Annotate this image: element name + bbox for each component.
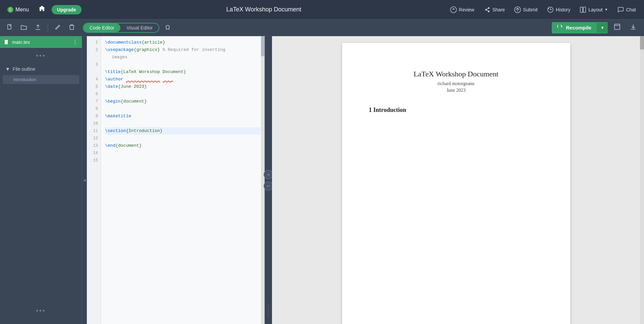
code-line-1: \documentclass{article} xyxy=(105,39,260,46)
upload-button[interactable] xyxy=(32,22,44,34)
review-icon xyxy=(450,6,457,13)
history-button[interactable]: History xyxy=(543,4,575,15)
code-line-3 xyxy=(105,61,260,68)
download-icon xyxy=(630,23,637,30)
code-line-11 xyxy=(105,120,260,127)
preview-button[interactable] xyxy=(610,21,624,34)
submit-button[interactable]: Submit xyxy=(510,4,542,15)
document-title: LaTeX Workshop Document xyxy=(226,6,302,13)
pdf-section-intro: 1 Introduction xyxy=(369,107,543,114)
new-file-icon xyxy=(7,24,13,30)
pdf-scrollbar[interactable] xyxy=(640,36,644,324)
svg-rect-12 xyxy=(583,7,586,12)
pdf-title: LaTeX Workshop Document xyxy=(369,70,543,78)
pdf-author: richard motorgeanu xyxy=(369,81,543,86)
submit-icon xyxy=(514,6,521,13)
code-line-15 xyxy=(105,149,260,157)
visual-editor-tab[interactable]: Visual Editor xyxy=(120,23,159,32)
expand-right-button[interactable]: → xyxy=(264,170,273,179)
main-area: main.tex ⋮ ••• ▼ File outline Introducti… xyxy=(0,36,644,324)
svg-line-7 xyxy=(487,10,488,11)
upgrade-button[interactable]: Upgrade xyxy=(52,5,82,14)
outline-item-introduction[interactable]: Introduction xyxy=(3,75,79,84)
file-outline-header[interactable]: ▼ File outline xyxy=(0,64,82,74)
new-file-button[interactable] xyxy=(4,22,15,34)
svg-point-3 xyxy=(485,9,487,10)
code-line-2b: images xyxy=(105,54,260,61)
preview-icon xyxy=(614,23,621,30)
code-line-12: \section{Introduction} xyxy=(105,127,260,135)
code-lines[interactable]: \documentclass{article} \usepackage{grap… xyxy=(101,36,264,324)
code-editor-tab[interactable]: Code Editor xyxy=(84,23,120,32)
file-tab[interactable]: main.tex ⋮ xyxy=(0,36,82,48)
code-editor: 1 2 3 4 5 6 7 8 9 10 11 12 13 14 15 \doc… xyxy=(87,36,265,324)
home-icon xyxy=(38,5,46,12)
code-line-7 xyxy=(105,90,260,98)
share-button[interactable]: Share xyxy=(480,4,509,15)
recompile-dropdown-button[interactable]: ▼ xyxy=(597,23,608,33)
code-line-6: \date{June 2023} xyxy=(105,83,260,90)
file-menu-button[interactable]: ⋮ xyxy=(72,39,78,45)
recompile-icon xyxy=(557,25,563,31)
upload-icon xyxy=(35,24,41,30)
left-sidebar: main.tex ⋮ ••• ▼ File outline Introducti… xyxy=(0,36,82,324)
svg-point-2 xyxy=(450,7,457,13)
code-line-5: \author{richard motorgeanu} xyxy=(105,76,260,83)
share-icon xyxy=(484,6,490,13)
pdf-preview[interactable]: LaTeX Workshop Document richard motorgea… xyxy=(272,36,640,324)
svg-rect-15 xyxy=(614,24,620,29)
toolbar: Code Editor Visual Editor Ω Recompile ▼ xyxy=(0,19,644,36)
svg-text:S: S xyxy=(9,8,11,12)
menu-button[interactable]: S Menu xyxy=(4,5,32,15)
edit-button[interactable] xyxy=(52,22,63,34)
outline-chevron-icon: ▼ xyxy=(5,66,10,72)
code-line-14: \end{document} xyxy=(105,142,260,149)
code-scrollbar-thumb[interactable] xyxy=(261,36,264,56)
nav-right: Review Share Submit xyxy=(446,4,640,15)
file-name: main.tex xyxy=(12,40,30,45)
svg-line-6 xyxy=(487,8,488,9)
recompile-main[interactable]: Recompile xyxy=(552,22,597,34)
review-button[interactable]: Review xyxy=(446,4,478,15)
menu-label: Menu xyxy=(15,7,29,13)
line-numbers: 1 2 3 4 5 6 7 8 9 10 11 12 13 14 15 xyxy=(87,36,101,324)
file-outline-section: ▼ File outline Introduction xyxy=(0,61,82,87)
pdf-page: LaTeX Workshop Document richard motorgea… xyxy=(342,43,570,324)
expand-left-button[interactable]: ← xyxy=(264,181,273,191)
code-line-10: \maketitle xyxy=(105,113,260,120)
left-divider[interactable]: ◀ xyxy=(82,36,87,324)
code-line-8: \begin{document} xyxy=(105,98,260,105)
recompile-button[interactable]: Recompile ▼ xyxy=(552,22,608,34)
code-line-9 xyxy=(105,105,260,113)
svg-rect-13 xyxy=(8,24,11,29)
history-icon xyxy=(547,6,554,13)
chat-icon xyxy=(617,6,624,13)
home-button[interactable] xyxy=(35,3,49,16)
pencil-icon xyxy=(55,24,61,30)
editor-tabs: Code Editor Visual Editor xyxy=(83,23,159,33)
chat-button[interactable]: Chat xyxy=(613,4,640,15)
overleaf-logo-icon: S xyxy=(7,7,13,13)
nav-center: LaTeX Workshop Document xyxy=(82,6,446,13)
layout-button[interactable]: Layout ▼ xyxy=(576,4,612,15)
collapse-left-icon: ◀ xyxy=(83,178,86,182)
pdf-date: June 2023 xyxy=(369,88,543,93)
top-nav: S Menu Upgrade LaTeX Workshop Document R… xyxy=(0,0,644,19)
omega-button[interactable]: Ω xyxy=(162,22,173,33)
code-content[interactable]: 1 2 3 4 5 6 7 8 9 10 11 12 13 14 15 \doc… xyxy=(87,36,264,324)
center-divider[interactable]: → ← xyxy=(265,36,272,324)
layout-chevron-icon: ▼ xyxy=(605,8,608,11)
svg-rect-11 xyxy=(580,7,583,12)
delete-button[interactable] xyxy=(66,22,77,34)
code-scrollbar[interactable] xyxy=(261,36,264,324)
download-pdf-button[interactable] xyxy=(627,21,640,34)
pdf-scrollbar-thumb[interactable] xyxy=(640,36,644,50)
nav-left: S Menu Upgrade xyxy=(4,3,82,16)
layout-icon xyxy=(580,6,586,13)
tex-file-icon xyxy=(4,40,9,45)
bottom-drag-handle[interactable]: ••• xyxy=(36,307,46,315)
divider-dots xyxy=(268,304,269,317)
open-folder-button[interactable] xyxy=(18,22,30,34)
trash-icon xyxy=(69,24,75,30)
sidebar-drag-handle[interactable]: ••• xyxy=(36,52,46,60)
